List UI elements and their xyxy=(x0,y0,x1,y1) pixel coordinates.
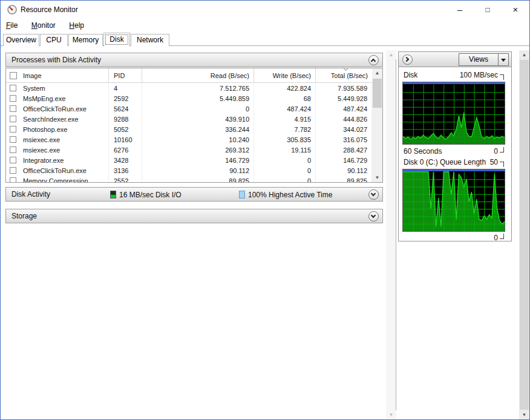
table-row[interactable]: msiexec.exe1016010.240305.835316.075 xyxy=(6,135,372,145)
scrollbar-thumb[interactable] xyxy=(520,60,529,410)
cell-read: 90.112 xyxy=(142,166,254,176)
views-dropdown-button[interactable] xyxy=(499,53,509,66)
cell-total: 90.112 xyxy=(316,166,372,176)
table-row[interactable]: Memory Compression255289.825089.825 xyxy=(6,176,372,183)
table-row[interactable]: System47.512.765422.8247.935.589 xyxy=(6,84,372,94)
table-row[interactable]: SearchIndexer.exe9288439.9104.915444.826 xyxy=(6,114,372,125)
row-checkbox[interactable] xyxy=(10,105,16,112)
disk-graph-title: Disk xyxy=(404,71,417,79)
queue-graph-zero: 0 xyxy=(494,234,498,242)
cell-pid: 5052 xyxy=(109,125,142,135)
menu-monitor[interactable]: Monitor xyxy=(26,19,61,32)
collapse-processes-button[interactable] xyxy=(368,55,379,65)
row-checkbox[interactable] xyxy=(10,157,16,163)
cell-total: 146.729 xyxy=(316,156,372,166)
chevron-up-icon xyxy=(371,59,376,64)
scrollbar-thumb[interactable] xyxy=(373,79,382,108)
cell-image: msiexec.exe xyxy=(6,145,109,156)
graph-panel-toolbar: Views xyxy=(398,51,512,67)
cell-pid: 6276 xyxy=(109,145,142,156)
processes-table: Image PID Read (B/sec) Write (B/sec) Tot… xyxy=(5,68,383,183)
cell-total: 444.826 xyxy=(316,114,372,125)
cell-total: 5.449.928 xyxy=(316,94,372,104)
column-header-total[interactable]: Total (B/sec) xyxy=(316,68,372,83)
disk-graph-zero: 0 xyxy=(494,147,498,156)
scroll-up-icon[interactable]: ▲ xyxy=(519,50,529,59)
cell-read: 5.449.859 xyxy=(142,94,254,104)
processes-section-header[interactable]: Processes with Disk Activity xyxy=(5,53,383,67)
cell-pid: 3428 xyxy=(109,156,142,166)
menu-file[interactable]: File xyxy=(1,19,23,32)
right-panel-scrollbar[interactable]: ▲ ▼ xyxy=(519,50,529,419)
table-row[interactable]: Photoshop.exe5052336.2447.782344.027 xyxy=(6,125,372,135)
resource-monitor-icon xyxy=(7,5,17,15)
menu-help[interactable]: Help xyxy=(64,19,90,32)
active-time-legend: 100% Highest Active Time xyxy=(248,191,332,199)
disk-activity-section-header[interactable]: Disk Activity 16 MB/sec Disk I/O 100% Hi… xyxy=(5,187,383,202)
scroll-up-icon[interactable]: ▲ xyxy=(372,68,382,77)
cell-image: MsMpEng.exe xyxy=(6,94,109,104)
scroll-up-icon[interactable]: ▲ xyxy=(386,50,396,59)
cell-image: OfficeClickToRun.exe xyxy=(6,104,109,114)
expand-disk-activity-button[interactable] xyxy=(368,189,379,200)
scroll-down-icon[interactable]: ▼ xyxy=(372,173,382,182)
storage-title: Storage xyxy=(11,212,37,220)
tab-network[interactable]: Network xyxy=(131,34,169,46)
table-body: System47.512.765422.8247.935.589MsMpEng.… xyxy=(6,84,372,183)
table-row[interactable]: OfficeClickToRun.exe313690.112090.112 xyxy=(6,166,372,176)
row-checkbox[interactable] xyxy=(10,136,16,143)
tab-overview[interactable]: Overview xyxy=(3,34,39,46)
table-row[interactable]: Integrator.exe3428146.7290146.729 xyxy=(6,156,372,166)
table-scrollbar[interactable]: ▲ ▼ xyxy=(372,68,382,182)
cell-pid: 2592 xyxy=(109,94,142,104)
table-row[interactable]: MsMpEng.exe25925.449.859685.449.928 xyxy=(6,94,372,104)
cell-write: 4.915 xyxy=(254,114,316,125)
cell-write: 0 xyxy=(254,166,316,176)
column-header-pid[interactable]: PID xyxy=(109,68,142,83)
views-button[interactable]: Views xyxy=(459,53,499,66)
disk-graph-xlabel: 60 Seconds xyxy=(404,147,442,156)
minimize-button[interactable]: – xyxy=(446,1,474,19)
dropdown-arrow-icon xyxy=(501,59,506,62)
storage-section-header[interactable]: Storage xyxy=(5,209,383,223)
row-checkbox[interactable] xyxy=(10,177,16,183)
scale-bracket-bottom xyxy=(500,147,504,153)
cell-read: 0 xyxy=(142,104,254,114)
column-header-read[interactable]: Read (B/sec) xyxy=(142,68,254,83)
cell-image: SearchIndexer.exe xyxy=(6,114,109,125)
column-header-write[interactable]: Write (B/sec) xyxy=(254,68,316,83)
cell-image: OfficeClickToRun.exe xyxy=(6,166,109,176)
collapse-panel-button[interactable] xyxy=(402,54,413,65)
left-pane-scrollbar[interactable]: ▲ ▼ xyxy=(386,50,396,419)
row-checkbox[interactable] xyxy=(10,146,16,153)
cell-write: 0 xyxy=(254,176,316,183)
disk-io-legend: 16 MB/sec Disk I/O xyxy=(119,191,182,199)
scroll-down-icon[interactable]: ▼ xyxy=(386,410,396,419)
expand-storage-button[interactable] xyxy=(368,211,379,221)
row-checkbox[interactable] xyxy=(10,95,16,102)
cell-pid: 4 xyxy=(109,84,142,94)
cell-image: System xyxy=(6,84,109,94)
cell-write: 19.115 xyxy=(254,145,316,156)
scroll-down-icon[interactable]: ▼ xyxy=(519,410,529,419)
row-checkbox[interactable] xyxy=(10,126,16,133)
table-row[interactable]: OfficeClickToRun.exe56240487.424487.424 xyxy=(6,104,372,114)
table-row[interactable]: msiexec.exe6276269.31219.115288.427 xyxy=(6,145,372,156)
row-checkbox[interactable] xyxy=(10,167,16,174)
tab-cpu[interactable]: CPU xyxy=(40,34,68,46)
content-area: Processes with Disk Activity Image PID R… xyxy=(1,46,529,419)
column-header-image[interactable]: Image xyxy=(6,68,109,83)
cell-total: 288.427 xyxy=(316,145,372,156)
chevron-down-icon xyxy=(371,191,376,196)
row-checkbox[interactable] xyxy=(10,116,16,122)
maximize-button[interactable]: □ xyxy=(474,1,502,19)
tab-disk-selected[interactable]: Disk xyxy=(103,33,130,47)
select-all-checkbox[interactable] xyxy=(10,72,17,79)
row-checkbox[interactable] xyxy=(10,85,16,91)
close-button[interactable]: × xyxy=(502,1,529,19)
chevron-down-icon xyxy=(371,213,376,218)
tab-memory[interactable]: Memory xyxy=(68,34,103,46)
cell-total: 89.825 xyxy=(316,176,372,183)
cell-image: Integrator.exe xyxy=(6,156,109,166)
cell-read: 10.240 xyxy=(142,135,254,145)
